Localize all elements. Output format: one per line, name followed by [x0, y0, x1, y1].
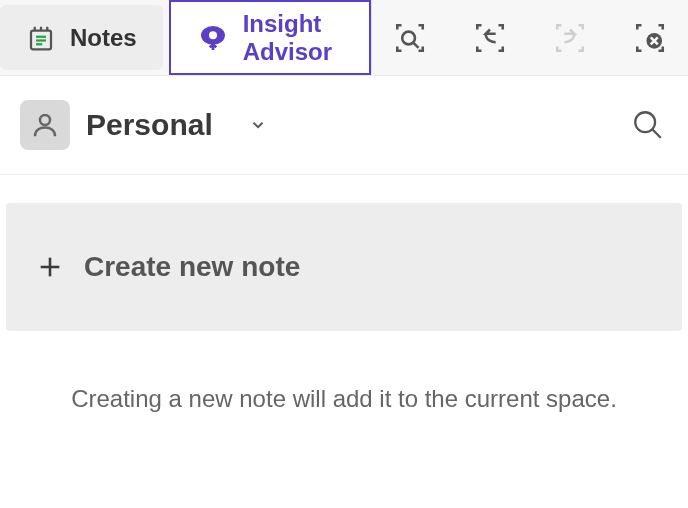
create-note-hint: Creating a new note will add it to the c… — [0, 385, 688, 413]
create-new-note-label: Create new note — [84, 251, 300, 283]
redo-bracket-icon — [553, 21, 587, 55]
clear-selections-button[interactable] — [630, 18, 670, 58]
search-bracket-icon — [393, 21, 427, 55]
tab-insight-label: Insight Advisor — [243, 10, 343, 66]
svg-point-8 — [209, 31, 217, 39]
svg-line-10 — [414, 42, 419, 47]
svg-point-15 — [635, 112, 655, 132]
tab-insight-advisor[interactable]: Insight Advisor — [169, 0, 371, 75]
selection-actions — [371, 0, 688, 75]
space-avatar — [20, 100, 70, 150]
tab-notes-label: Notes — [70, 24, 137, 52]
smart-search-button[interactable] — [390, 18, 430, 58]
svg-point-9 — [402, 31, 415, 44]
space-header: Personal — [0, 76, 688, 175]
step-forward-button — [550, 18, 590, 58]
search-icon — [631, 108, 665, 142]
tab-notes[interactable]: Notes — [0, 5, 163, 70]
notes-icon — [26, 23, 56, 53]
undo-bracket-icon — [473, 21, 507, 55]
person-icon — [30, 110, 60, 140]
main-area: Create new note Creating a new note will… — [0, 175, 688, 413]
create-new-note-button[interactable]: Create new note — [6, 203, 682, 331]
search-notes-button[interactable] — [628, 105, 668, 145]
space-selector[interactable]: Personal — [86, 108, 267, 142]
plus-icon — [36, 253, 64, 281]
step-back-button[interactable] — [470, 18, 510, 58]
svg-line-16 — [652, 129, 661, 138]
clear-bracket-icon — [633, 21, 667, 55]
chevron-down-icon — [249, 116, 267, 134]
svg-point-14 — [40, 115, 50, 125]
space-name-label: Personal — [86, 108, 213, 142]
insight-icon — [197, 22, 229, 54]
tabstrip: Notes Insight Advisor — [0, 0, 688, 76]
